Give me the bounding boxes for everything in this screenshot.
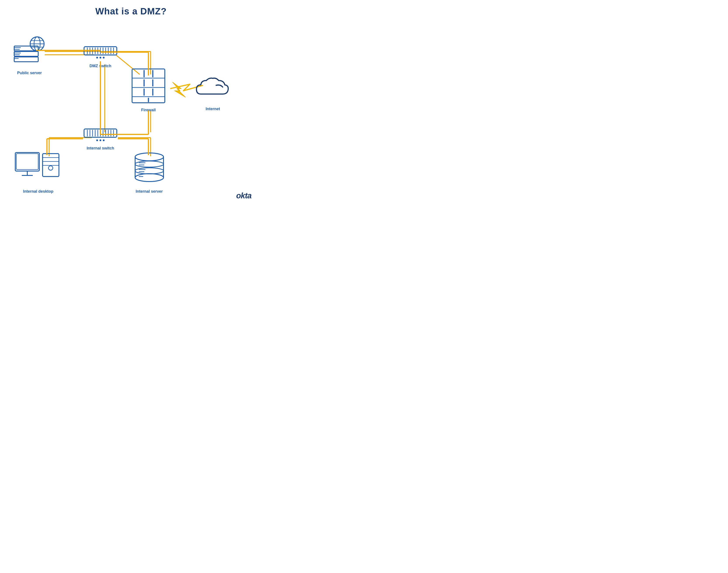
public-server-label: Public server — [17, 71, 42, 75]
internal-desktop-label: Internal desktop — [23, 189, 53, 194]
page-title: What is a DMZ? — [0, 0, 262, 16]
internal-desktop-node: Internal desktop — [14, 151, 62, 194]
internal-switch-icon — [83, 127, 118, 144]
svg-point-88 — [135, 174, 163, 181]
firewall-icon — [130, 67, 167, 106]
svg-point-48 — [96, 57, 98, 58]
svg-point-74 — [103, 140, 105, 141]
svg-point-85 — [135, 153, 163, 161]
firewall-label: Firewall — [141, 108, 156, 112]
internal-switch-label: Internal switch — [87, 146, 114, 151]
svg-point-84 — [48, 166, 53, 170]
svg-rect-76 — [15, 153, 39, 171]
firewall-node: Firewall — [130, 67, 167, 112]
svg-point-46 — [100, 57, 101, 58]
internet-label: Internet — [206, 107, 220, 111]
svg-marker-60 — [173, 82, 186, 97]
svg-point-89 — [135, 161, 163, 167]
svg-rect-22 — [14, 51, 38, 56]
svg-rect-80 — [43, 154, 59, 176]
svg-point-47 — [103, 57, 105, 58]
desktop-icon — [14, 151, 62, 188]
svg-point-75 — [96, 140, 98, 141]
internal-server-label: Internal server — [136, 189, 163, 194]
okta-logo: okta — [236, 191, 251, 200]
internal-switch-node: Internal switch — [83, 127, 118, 151]
svg-rect-23 — [14, 57, 38, 62]
internal-server-icon — [132, 151, 166, 188]
dmz-switch-node: DMZ switch — [83, 45, 118, 68]
dmz-switch-label: DMZ switch — [90, 64, 111, 68]
svg-rect-49 — [132, 69, 165, 103]
cloud-icon — [194, 74, 231, 105]
dmz-switch-icon — [83, 45, 118, 62]
svg-rect-77 — [16, 154, 38, 169]
lightning-bolt — [168, 81, 194, 98]
svg-point-90 — [135, 168, 163, 174]
internal-server-node: Internal server — [132, 151, 166, 194]
public-server-icon — [12, 34, 47, 69]
public-server-node: Public server — [12, 34, 47, 75]
svg-point-73 — [100, 140, 101, 141]
diagram-area: Public server DMZ switch — [0, 16, 262, 206]
internet-node: Internet — [194, 74, 231, 111]
